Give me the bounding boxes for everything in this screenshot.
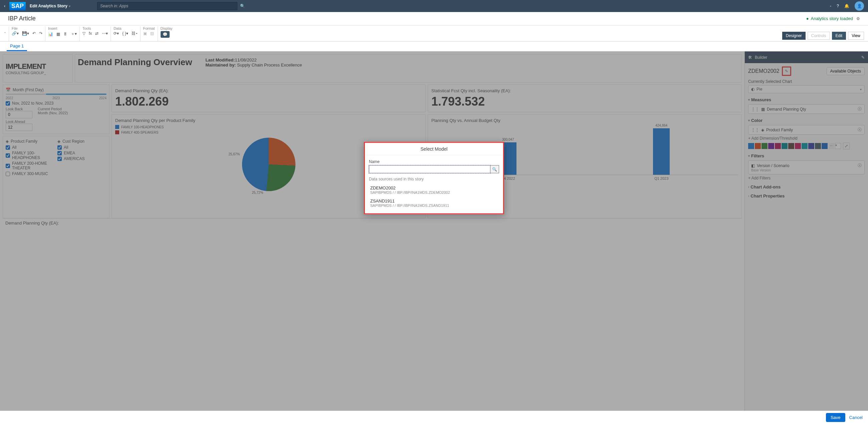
user-avatar[interactable]: 👤 <box>855 1 864 11</box>
shell-title-text: Edit Analytics Story <box>30 4 67 8</box>
designer-button[interactable]: Designer <box>782 32 806 40</box>
brackets-icon[interactable]: { }▾ <box>122 31 128 36</box>
search-icon[interactable]: 🔍 <box>240 4 245 8</box>
overlay-scrim <box>0 52 868 411</box>
sap-logo: SAP <box>9 2 26 10</box>
edit-button[interactable]: Edit <box>832 32 846 40</box>
model-group-header: Data sources used in this story <box>369 176 499 181</box>
refresh-icon[interactable]: ⟳▾ <box>114 31 119 36</box>
layout-icon[interactable]: ▣ <box>143 31 147 36</box>
view-button[interactable]: View <box>848 32 864 40</box>
status-text: Analytics story loaded <box>811 16 853 21</box>
toolbar-group-insert: Insert <box>48 26 77 30</box>
back-icon[interactable]: ‹ <box>4 4 5 8</box>
undo-icon[interactable]: ↶ <box>32 31 36 36</box>
dialog-title: Select Model <box>365 143 503 155</box>
model-list-item[interactable]: ZSAND1911 SAPIBPMDS / / IBP./IBP/INA1MDS… <box>369 196 499 209</box>
link-icon[interactable]: 🔗▾ <box>12 31 19 36</box>
page-title: IBP Article <box>8 15 36 22</box>
collapse-icon[interactable]: ˄ <box>4 32 6 36</box>
model-list-item[interactable]: ZDEMO2002 SAPIBPMDS / / IBP./IBP/INA1MDS… <box>369 183 499 196</box>
model-item-name: ZSAND1911 <box>370 198 498 203</box>
shell-title[interactable]: Edit Analytics Story ▾ <box>30 4 70 8</box>
toolbar: ˄ File 🔗▾ 💾▾ ↶ ↷ Insert 📊 ▦ 🎚 ＋▾ Tools ▽… <box>0 25 868 41</box>
name-field-label: Name <box>369 159 380 164</box>
page-tabs: Page 1 <box>0 41 868 52</box>
comment-icon[interactable]: 💬 <box>161 31 169 38</box>
main-area: IMPLEMENT CONSULTING GROUP_ Demand Plann… <box>0 52 868 411</box>
help-icon[interactable]: ? <box>837 4 839 8</box>
link2-icon[interactable]: ⛓▾ <box>131 31 137 36</box>
tab-page-1[interactable]: Page 1 <box>7 42 27 51</box>
add-icon[interactable]: ＋▾ <box>71 31 77 37</box>
save-icon[interactable]: 💾▾ <box>22 31 29 36</box>
toolbar-group-data: Data <box>114 26 137 30</box>
chevron-down-icon: ▾ <box>69 4 70 8</box>
settings-icon[interactable]: ⚙ <box>856 17 860 21</box>
notification-icon[interactable]: 🔔 <box>844 4 849 8</box>
search-icon[interactable]: 🔍 <box>490 165 499 173</box>
support-icon[interactable]: ◦ <box>830 4 831 8</box>
more-tools-icon[interactable]: ⋯▾ <box>102 31 108 36</box>
global-search-input[interactable]: Search in: Apps <box>97 2 237 10</box>
control-icon[interactable]: 🎚 <box>63 32 67 36</box>
model-item-path: SAPIBPMDS / / IBP./IBP/INA1MDS.ZSAND1911 <box>370 203 498 207</box>
model-item-name: ZDEMO2002 <box>370 185 498 190</box>
status-indicator: ● Analytics story loaded <box>806 16 853 21</box>
toolbar-group-display: Display <box>161 26 173 30</box>
toolbar-group-format: Format <box>143 26 155 30</box>
toolbar-group-file: File <box>12 26 42 30</box>
filter-icon[interactable]: ▽ <box>83 31 86 36</box>
model-item-path: SAPIBPMDS / / IBP./IBP/INA1MDS.ZDEMO2002 <box>370 190 498 194</box>
toolbar-group-tools: Tools <box>83 26 108 30</box>
redo-icon[interactable]: ↷ <box>39 31 42 36</box>
check-icon: ● <box>806 16 809 21</box>
layout2-icon[interactable]: ▧ <box>150 31 154 36</box>
controls-button[interactable]: Controls <box>808 32 830 40</box>
page-header: IBP Article ● Analytics story loaded ⚙ <box>0 12 868 25</box>
advanced-icon[interactable]: ⇄ <box>95 31 98 36</box>
chart-icon[interactable]: 📊 <box>48 32 53 36</box>
table-icon[interactable]: ▦ <box>56 32 60 36</box>
model-search-input[interactable] <box>369 165 490 173</box>
shell-bar: ‹ SAP Edit Analytics Story ▾ Search in: … <box>0 0 868 12</box>
formula-icon[interactable]: fx <box>89 31 92 36</box>
select-model-dialog: Select Model Name 🔍 Data sources used in… <box>364 142 504 214</box>
search-placeholder: Search in: Apps <box>100 4 128 8</box>
